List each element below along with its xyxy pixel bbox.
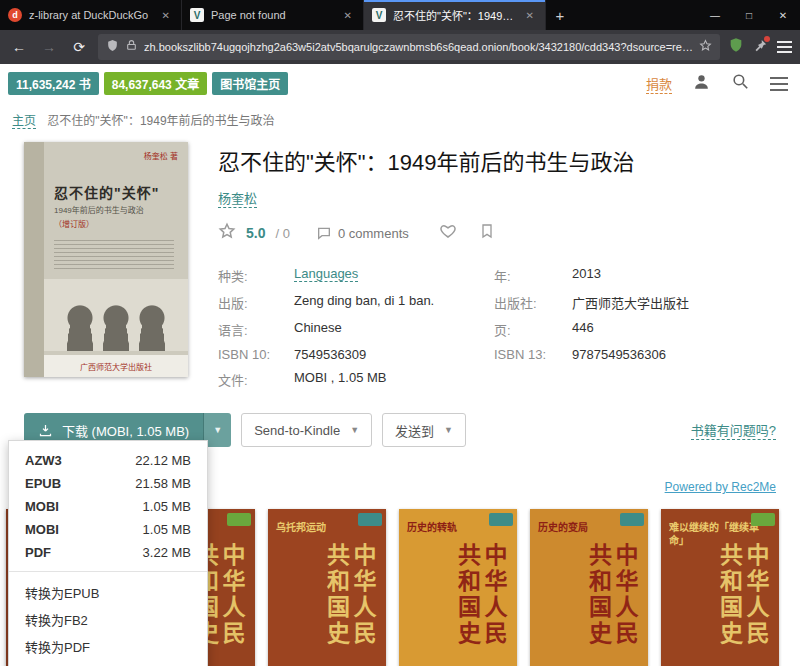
search-icon[interactable] — [731, 72, 750, 95]
header-right: 捐款 — [646, 72, 788, 95]
tab-close-icon[interactable]: ✕ — [341, 9, 355, 22]
powered-by-rec2me-link[interactable]: Powered by Rec2Me — [665, 480, 776, 494]
rating-badge — [751, 513, 775, 526]
languages-link[interactable]: Languages — [294, 266, 494, 285]
url-bar[interactable]: zh.bookszlibb74ugqojhzhg2a63w5i2atv5bqar… — [98, 34, 720, 60]
rating-badge — [489, 513, 513, 526]
cover-edition: （增订版） — [54, 218, 94, 229]
book-cover-image[interactable]: 杨奎松 著 忍不住的"关怀" 1949年前后的书生与政治 （增订版） 广西师范大… — [24, 142, 188, 377]
rating-badge — [227, 513, 251, 526]
detail-label: 语言: — [218, 320, 294, 339]
shield-icon[interactable] — [106, 38, 119, 56]
favorite-actions — [439, 222, 495, 244]
comment-icon — [316, 225, 332, 241]
convert-to-fb2[interactable]: 转换为FB2 — [9, 606, 207, 633]
donate-link[interactable]: 捐款 — [646, 74, 672, 94]
breadcrumb-current: 忍不住的"关怀"：1949年前后的书生与政治 — [47, 114, 274, 128]
detail-value-isbn10: 7549536309 — [294, 347, 494, 362]
detail-label: ISBN 10: — [218, 347, 294, 362]
convert-to-epub[interactable]: 转换为EPUB — [9, 579, 207, 606]
download-icon — [38, 423, 53, 438]
cover-title: 忍不住的"关怀" — [54, 182, 180, 202]
detail-label: ISBN 13: — [494, 347, 572, 362]
cover-illustration — [44, 279, 188, 351]
detail-value — [572, 370, 776, 389]
menu-item-mobi[interactable]: MOBI1.05 MB — [9, 495, 207, 518]
menu-divider — [9, 571, 207, 572]
reload-button[interactable]: ⟳ — [68, 39, 90, 55]
privacy-shield-extension-icon[interactable] — [728, 37, 744, 57]
detail-label: 年: — [494, 266, 572, 285]
cover-byline: 杨奎松 著 — [144, 150, 178, 161]
tab-page-not-found[interactable]: V Page not found ✕ — [182, 0, 364, 30]
maximize-button[interactable]: □ — [732, 0, 766, 30]
detail-value-edition: Zeng ding ban, di 1 ban. — [294, 293, 494, 312]
browser-window: d z-library at DuckDuckGo ✕ V Page not f… — [0, 0, 800, 666]
articles-count-badge[interactable]: 84,637,643 文章 — [104, 72, 207, 95]
lock-icon[interactable] — [125, 38, 138, 56]
new-tab-button[interactable]: + — [546, 0, 574, 30]
close-button[interactable]: ✕ — [766, 0, 800, 30]
library-home-badge[interactable]: 图书馆主页 — [212, 72, 288, 95]
report-book-problem-link[interactable]: 书籍有问题吗? — [691, 420, 776, 440]
breadcrumb-home-link[interactable]: 主页 — [12, 114, 36, 129]
recommended-book-cover[interactable]: 乌托邦运动 中华人民共和国史 — [268, 509, 386, 666]
forward-button[interactable]: → — [38, 39, 60, 55]
user-profile-icon[interactable] — [692, 72, 711, 95]
tab-book-page[interactable]: V 忍不住的"关怀"：1949年前后… ✕ — [364, 0, 546, 30]
detail-value-publisher: 广西师范大学出版社 — [572, 293, 776, 312]
duckduckgo-favicon: d — [8, 8, 22, 22]
chevron-down-icon: ▼ — [444, 425, 453, 435]
site-header: 11,635,242 书 84,637,643 文章 图书馆主页 捐款 — [0, 64, 800, 99]
send-to-button[interactable]: 发送到▼ — [382, 413, 466, 447]
convert-to-pdf[interactable]: 转换为PDF — [9, 633, 207, 660]
extension-icons — [728, 37, 792, 57]
pin-extension-icon[interactable] — [753, 38, 768, 57]
zlibrary-favicon: V — [190, 8, 204, 22]
comments-link[interactable]: 0 comments — [316, 225, 409, 241]
detail-label: 种类: — [218, 266, 294, 285]
rating-row: 5.0 / 0 0 comments — [218, 222, 776, 244]
site-menu-icon[interactable] — [770, 73, 788, 95]
bookmark-star-icon[interactable] — [699, 38, 712, 56]
detail-value-file: MOBI , 1.05 MB — [294, 370, 494, 389]
menu-item-azw3[interactable]: AZW322.12 MB — [9, 449, 207, 472]
bookmark-icon[interactable] — [479, 223, 495, 243]
cover-subtitle: 1949年前后的书生与政治 — [54, 204, 180, 215]
books-count-badge[interactable]: 11,635,242 书 — [8, 72, 99, 95]
detail-value-year: 2013 — [572, 266, 776, 285]
minimize-button[interactable]: — — [698, 0, 732, 30]
back-button[interactable]: ← — [8, 39, 30, 55]
book-info: 忍不住的"关怀"：1949年前后的书生与政治 杨奎松 5.0 / 0 0 com… — [218, 142, 776, 389]
zlibrary-page: 11,635,242 书 84,637,643 文章 图书馆主页 捐款 主页 忍… — [0, 64, 800, 666]
author-link[interactable]: 杨奎松 — [218, 188, 257, 208]
url-text[interactable]: zh.bookszlibb74ugqojhzhg2a63w5i2atv5bqar… — [144, 41, 693, 53]
cover-blurb-lines — [54, 237, 174, 271]
navigation-bar: ← → ⟳ zh.bookszlibb74ugqojhzhg2a63w5i2at… — [0, 30, 800, 64]
rating-value: 5.0 — [246, 225, 265, 241]
tab-title: 忍不住的"关怀"：1949年前后… — [393, 7, 516, 23]
menu-item-mobi-2[interactable]: MOBI1.05 MB — [9, 518, 207, 541]
book-main: 杨奎松 著 忍不住的"关怀" 1949年前后的书生与政治 （增订版） 广西师范大… — [0, 138, 800, 389]
recommended-book-cover[interactable]: 历史的转轨 中华人民共和国史 — [399, 509, 517, 666]
detail-label — [494, 370, 572, 389]
tab-title: z-library at DuckDuckGo — [29, 9, 152, 21]
page-title: 忍不住的"关怀"：1949年前后的书生与政治 — [218, 144, 776, 176]
tab-duckduckgo[interactable]: d z-library at DuckDuckGo ✕ — [0, 0, 182, 30]
menu-item-pdf[interactable]: PDF3.22 MB — [9, 541, 207, 564]
menu-item-epub[interactable]: EPUB21.58 MB — [9, 472, 207, 495]
star-icon[interactable] — [218, 222, 236, 244]
tab-close-icon[interactable]: ✕ — [159, 9, 173, 22]
convert-to-txt[interactable]: 转换为TXT — [9, 660, 207, 666]
recommended-book-cover[interactable]: 历史的变局 中华人民共和国史 — [530, 509, 648, 666]
detail-label: 出版社: — [494, 293, 572, 312]
heart-icon[interactable] — [439, 222, 457, 244]
send-to-kindle-button[interactable]: Send-to-Kindle▼ — [241, 413, 372, 447]
browser-menu-icon[interactable] — [777, 38, 792, 56]
window-controls: — □ ✕ — [698, 0, 800, 30]
recommended-book-cover[interactable]: 难以继续的「继续革命」 中华人民共和国史 — [661, 509, 779, 666]
breadcrumb: 主页 忍不住的"关怀"：1949年前后的书生与政治 — [0, 99, 800, 138]
detail-label: 文件: — [218, 370, 294, 389]
detail-value-language: Chinese — [294, 320, 494, 339]
tab-close-icon[interactable]: ✕ — [523, 9, 537, 22]
